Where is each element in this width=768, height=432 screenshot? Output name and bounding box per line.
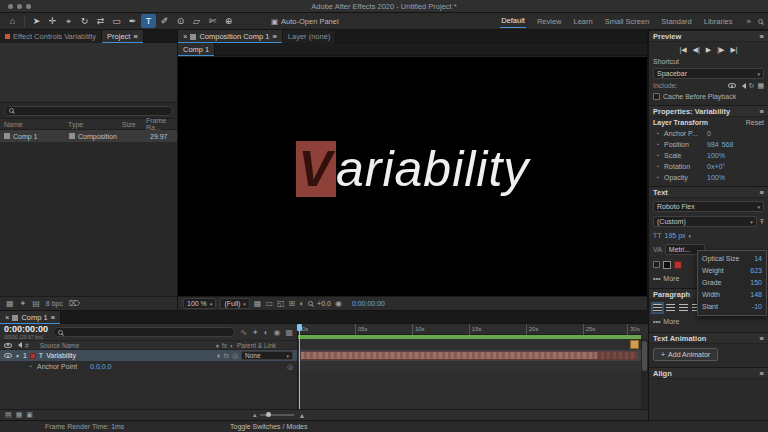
layer-duration-bar[interactable] [300, 351, 638, 360]
delete-item-icon[interactable]: ⌦ [69, 299, 80, 308]
layer-row-variability[interactable]: ▼ 1 T Variability ♦ fx ◎ None ▾ [0, 350, 297, 361]
exposure-icon[interactable] [308, 301, 313, 306]
selected-character[interactable]: V [296, 141, 336, 197]
toggle-graph-icon[interactable]: ▣ [26, 411, 33, 419]
timeline-search-input[interactable] [53, 327, 235, 337]
panel-menu-icon[interactable]: ≡ [133, 32, 137, 41]
more-options-icon[interactable]: ••• [653, 318, 660, 325]
include-audio-icon[interactable] [739, 83, 746, 89]
align-center-icon[interactable] [666, 304, 675, 312]
motion-blur-icon[interactable]: ◉ [273, 328, 280, 337]
font-size-value[interactable]: 195 px [665, 232, 686, 239]
play-button[interactable]: ▶ [706, 46, 711, 54]
toggle-switches-modes-button[interactable]: Toggle Switches / Modes [230, 421, 307, 432]
layer-fx-icon[interactable]: fx [223, 352, 228, 359]
zoom-tool-button[interactable]: ⌖ [61, 14, 76, 28]
more-options-icon[interactable]: ••• [653, 275, 660, 282]
column-size[interactable]: Size [122, 121, 144, 128]
snapshot-icon[interactable]: ◉ [335, 299, 342, 308]
comp-viewer-tab-comp1[interactable]: Comp 1 [178, 43, 215, 56]
hand-tool-button[interactable]: ✛ [45, 14, 60, 28]
time-ruler[interactable]: 0s 05s 10s 15s 20s 25s 30s [298, 324, 641, 335]
layer-visibility-icon[interactable] [4, 353, 12, 358]
workspace-tab-small-screen[interactable]: Small Screen [604, 15, 651, 28]
panel-menu-icon[interactable]: ≡ [760, 107, 764, 116]
text-style-options-icon[interactable]: Ŧ [760, 218, 764, 225]
magnification-dropdown[interactable]: 100 % ▾ [183, 298, 216, 309]
close-tab-icon[interactable]: × [5, 313, 9, 322]
text-rest[interactable]: ariability [336, 141, 529, 197]
stopwatch-icon[interactable]: ◔ [653, 163, 661, 170]
parent-pickwhip-icon[interactable]: ◎ [232, 352, 238, 360]
include-layer-controls-icon[interactable]: ▦ [757, 82, 764, 90]
workspace-tab-default[interactable]: Default [500, 14, 526, 28]
position-y-value[interactable]: 568 [722, 141, 734, 148]
brush-tool-button[interactable]: ✐ [157, 14, 172, 28]
scale-value[interactable]: 100% [707, 152, 725, 159]
camera-view-icon[interactable]: ◐ [299, 299, 304, 308]
preview-timecode[interactable]: 0:00:00:00 [352, 300, 385, 307]
stopwatch-icon[interactable]: ◔ [653, 130, 661, 137]
paragraph-more-button[interactable]: More [663, 318, 679, 325]
workspace-tab-review[interactable]: Review [536, 15, 563, 28]
opacity-value[interactable]: 100% [707, 174, 725, 181]
rotation-value[interactable]: 0x+0° [707, 163, 725, 170]
create-folder-icon[interactable]: ✦ [20, 299, 27, 308]
region-of-interest-icon[interactable]: ◱ [277, 299, 285, 308]
toggle-modes-icon[interactable]: ▦ [16, 411, 23, 419]
first-frame-button[interactable]: |◀ [679, 46, 686, 54]
pen-tool-button[interactable]: ✒ [125, 14, 140, 28]
include-video-icon[interactable] [728, 83, 736, 88]
layer-name[interactable]: Variability [46, 352, 76, 359]
graph-editor-icon[interactable]: ▦ [285, 328, 293, 337]
stopwatch-icon[interactable]: ◔ [653, 141, 661, 148]
eraser-tool-button[interactable]: ▱ [189, 14, 204, 28]
roto-brush-tool-button[interactable]: ✄ [205, 14, 220, 28]
zoom-in-icon[interactable]: ▲ [298, 412, 305, 419]
panel-menu-icon[interactable]: ≡ [760, 188, 764, 197]
orbit-camera-tool-button[interactable]: ↻ [77, 14, 92, 28]
property-pickwhip-icon[interactable]: ◎ [287, 363, 293, 371]
project-search-input[interactable] [4, 106, 173, 116]
add-animator-button[interactable]: + Add Animator [653, 348, 718, 361]
timeline-track-area[interactable]: 0s 05s 10s 15s 20s 25s 30s [298, 324, 648, 409]
interpret-footage-icon[interactable]: ▦ [6, 299, 14, 308]
font-style-dropdown[interactable]: (Custom) ▾ [653, 216, 757, 227]
workspace-tab-learn[interactable]: Learn [573, 15, 594, 28]
fill-color-swatch[interactable] [663, 261, 671, 269]
align-left-icon[interactable] [653, 304, 662, 312]
workspace-search-icon[interactable] [758, 19, 763, 24]
fill-checkbox[interactable] [653, 261, 660, 268]
zoom-slider-knob[interactable] [266, 412, 271, 417]
comp-text-layer[interactable]: Variability [296, 140, 530, 198]
slant-value[interactable]: -10 [752, 301, 762, 313]
include-overlays-icon[interactable]: ↻ [749, 82, 755, 90]
align-right-icon[interactable] [679, 304, 688, 312]
previous-frame-button[interactable]: ◀| [693, 46, 700, 54]
panel-menu-icon[interactable]: ≡ [760, 369, 764, 378]
layer-switches-icon[interactable]: ♦ [217, 352, 221, 359]
width-value[interactable]: 148 [750, 289, 762, 301]
workspace-tab-standard[interactable]: Standard [660, 15, 692, 28]
stopwatch-icon[interactable]: ◔ [653, 174, 661, 181]
cache-before-playback-checkbox[interactable] [653, 93, 660, 100]
home-tool-button[interactable]: ⌂ [5, 14, 20, 28]
column-frame-rate[interactable]: Frame Ra... [146, 117, 173, 131]
tab-composition[interactable]: × Composition Comp 1 ≡ [178, 30, 283, 43]
timeline-tab-comp1[interactable]: × Comp 1 ≡ [0, 311, 61, 324]
current-time-indicator[interactable] [299, 324, 300, 409]
source-name-column[interactable]: Source Name [40, 342, 80, 349]
transparency-grid-icon[interactable]: ⊞ [289, 299, 296, 308]
shape-tool-button[interactable]: ▭ [109, 14, 124, 28]
timeline-vertical-scrollbar[interactable] [641, 339, 648, 409]
anchor-point-property-row[interactable]: ◔ Anchor Point 0.0,0.0 ◎ [0, 361, 297, 372]
text-more-button[interactable]: More [663, 275, 679, 282]
stopwatch-icon[interactable]: ◔ [26, 363, 34, 370]
composition-mini-flowchart-icon[interactable]: ∿ [240, 328, 247, 337]
parent-link-column[interactable]: Parent & Link [237, 342, 293, 349]
tab-project[interactable]: Project ≡ [102, 30, 144, 43]
selection-tool-button[interactable]: ➤ [29, 14, 44, 28]
comp-marker-bin[interactable] [630, 340, 639, 349]
anchor-point-value[interactable]: 0 [707, 130, 711, 137]
panel-menu-icon[interactable]: ≡ [760, 32, 764, 41]
